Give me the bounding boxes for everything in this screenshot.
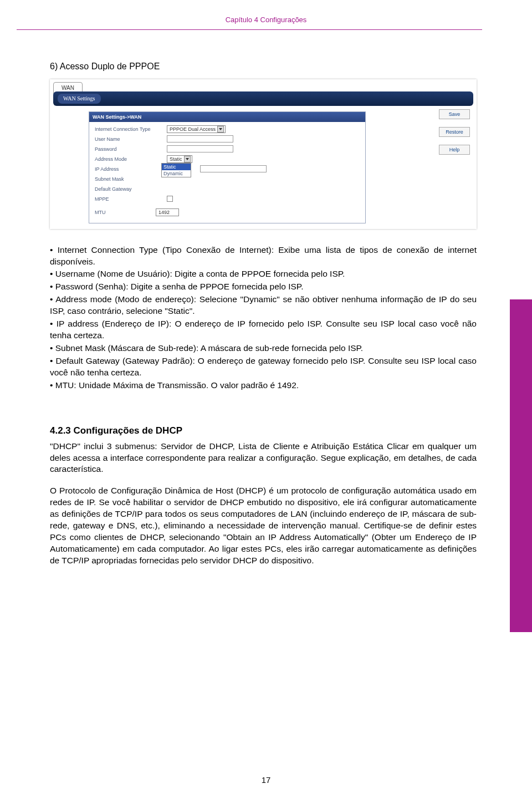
section-title: 6) Acesso Duplo de PPPOE: [50, 60, 477, 73]
option-static[interactable]: Static: [162, 164, 191, 170]
panel-heading: WAN Settings->WAN: [89, 112, 365, 122]
row-address-mode: Address Mode Static Static Dynamic: [89, 154, 365, 164]
save-button[interactable]: Save: [439, 109, 470, 119]
list-item: • Password (Senha): Digite a senha de PP…: [50, 281, 477, 293]
chevron-down-icon: [184, 156, 191, 162]
row-default-gateway: Default Gateway: [89, 184, 365, 194]
list-item: • Internet Connection Type (Tipo Conexão…: [50, 245, 477, 268]
title-bar: [53, 91, 473, 106]
row-connection-type: Internet Connection Type PPPOE Dual Acce…: [89, 124, 365, 134]
paragraph: "DHCP" inclui 3 submenus: Servidor de DH…: [50, 441, 477, 476]
wan-settings-button[interactable]: WAN Settings: [58, 94, 101, 104]
chevron-down-icon: [217, 126, 224, 133]
label-ip-address: IP Address: [95, 166, 167, 172]
label-password: Password: [95, 146, 167, 152]
option-dynamic[interactable]: Dynamic: [162, 170, 191, 177]
list-item: • MTU: Unidade Máxima de Transmissão. O …: [50, 380, 477, 391]
label-username: User Name: [95, 136, 167, 143]
input-password[interactable]: [167, 145, 233, 152]
list-item: • Default Gateway (Gateway Padrão): O en…: [50, 355, 477, 379]
label-mtu: MTU: [95, 209, 156, 216]
row-subnet-mask: Subnet Mask: [89, 174, 365, 184]
row-username: User Name: [89, 134, 365, 144]
dropdown-address-mode-menu[interactable]: Static Dynamic: [161, 163, 191, 177]
list-item: • IP address (Endereço de IP): O endereç…: [50, 318, 477, 342]
dropdown-value: Static: [170, 156, 182, 162]
label-connection-type: Internet Connection Type: [95, 126, 167, 133]
router-settings-screenshot: WAN WAN Settings Save Restore Help WAN S…: [50, 79, 477, 229]
dropdown-address-mode[interactable]: Static: [167, 155, 192, 163]
label-default-gateway: Default Gateway: [95, 186, 167, 192]
input-username[interactable]: [167, 135, 233, 143]
restore-button[interactable]: Restore: [439, 127, 470, 137]
list-item: • Address mode (Modo de endereço): Selec…: [50, 294, 477, 317]
label-address-mode: Address Mode: [95, 156, 167, 162]
row-mppe: MPPE: [89, 194, 365, 204]
bulleted-list: • Internet Connection Type (Tipo Conexão…: [50, 245, 477, 391]
dropdown-value: PPPOE Dual Access: [170, 126, 216, 133]
document-side-tab: [510, 299, 532, 632]
row-mtu: MTU 1492: [89, 207, 365, 217]
input-ip-address[interactable]: [200, 165, 267, 172]
input-mtu[interactable]: 1492: [156, 208, 179, 216]
list-item: • Username (Nome de Usuário): Digite a c…: [50, 268, 477, 280]
chapter-header: Capítulo 4 Configurações: [0, 0, 532, 29]
page-number: 17: [0, 775, 532, 785]
dropdown-connection-type[interactable]: PPPOE Dual Access: [167, 125, 226, 133]
subsection-title: 4.2.3 Configurações de DHCP: [50, 425, 477, 437]
help-button[interactable]: Help: [439, 145, 470, 155]
mtu-value: 1492: [158, 209, 170, 216]
label-subnet-mask: Subnet Mask: [95, 176, 167, 182]
checkbox-mppe[interactable]: [167, 196, 173, 202]
row-ip-address: IP Address: [89, 164, 365, 174]
settings-panel: WAN Settings->WAN Internet Connection Ty…: [89, 111, 366, 223]
label-mppe: MPPE: [95, 196, 167, 202]
row-password: Password: [89, 144, 365, 154]
list-item: • Subnet Mask (Máscara de Sub-rede): A m…: [50, 343, 477, 354]
paragraph: O Protocolo de Configuração Dinâmica de …: [50, 485, 477, 566]
